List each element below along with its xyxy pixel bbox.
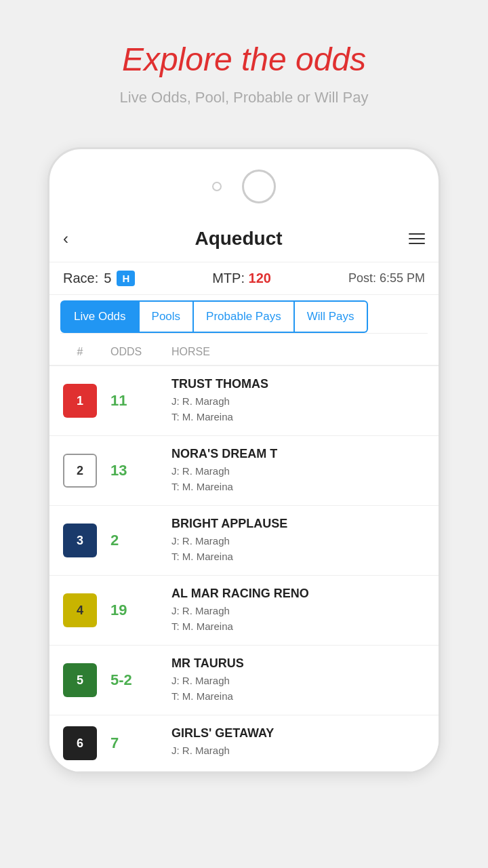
post-value: 6:55 PM <box>380 271 425 285</box>
col-header-odds: ODDS <box>110 346 158 358</box>
menu-line-3 <box>409 243 425 244</box>
tabs-container: Live Odds Pools Probable Pays Will Pays <box>60 300 428 334</box>
back-button[interactable]: ‹ <box>63 229 68 248</box>
mtp-info: MTP: 120 <box>212 271 271 286</box>
menu-button[interactable] <box>409 233 425 244</box>
table-row[interactable]: 55-2MR TAURUSJ: R. MaraghT: M. Mareina <box>49 646 439 715</box>
menu-line-2 <box>409 238 425 239</box>
app-content: ‹ Aqueduct Race: 5 H MTP: 120 Post: 6:55… <box>49 216 439 772</box>
horse-details: GIRLS' GETAWAYJ: R. Maragh <box>171 726 425 759</box>
table-row[interactable]: 111TRUST THOMASJ: R. MaraghT: M. Mareina <box>49 366 439 436</box>
odds-value: 2 <box>110 532 158 549</box>
phone-camera-icon <box>212 182 222 191</box>
race-num: 5 <box>104 271 111 286</box>
trainer: T: M. Mareina <box>171 619 425 635</box>
odds-value: 19 <box>110 601 158 619</box>
horse-name: MR TAURUS <box>171 656 425 671</box>
app-title: Aqueduct <box>195 228 282 250</box>
horse-name: BRIGHT APPLAUSE <box>171 517 425 531</box>
post-label: Post: <box>348 271 376 285</box>
odds-value: 7 <box>110 734 158 752</box>
jockey: J: R. Maragh <box>171 743 425 759</box>
jockey: J: R. Maragh <box>171 464 425 479</box>
page-title: Explore the odds <box>120 41 369 78</box>
trainer: T: M. Mareina <box>171 410 425 425</box>
horse-name: GIRLS' GETAWAY <box>171 726 425 741</box>
tab-probable-pays[interactable]: Probable Pays <box>194 300 295 333</box>
col-header-horse: HORSE <box>171 346 425 358</box>
race-badge: H <box>117 271 135 286</box>
odds-value: 11 <box>110 392 158 410</box>
horse-details: MR TAURUSJ: R. MaraghT: M. Mareina <box>171 656 425 704</box>
app-header: ‹ Aqueduct <box>49 216 439 262</box>
mtp-label: MTP: <box>212 271 245 285</box>
jockey: J: R. Maragh <box>171 534 425 549</box>
jockey: J: R. Maragh <box>171 673 425 689</box>
horse-name: NORA'S DREAM T <box>171 447 425 461</box>
trainer: T: M. Mareina <box>171 549 425 565</box>
race-number: Race: 5 H <box>63 271 135 286</box>
phone-frame: ‹ Aqueduct Race: 5 H MTP: 120 Post: 6:55… <box>47 147 441 774</box>
horse-number-badge: 1 <box>63 384 97 418</box>
horse-number-badge: 3 <box>63 524 97 557</box>
trainer: T: M. Mareina <box>171 479 425 495</box>
phone-speaker-icon <box>242 170 276 203</box>
mtp-value: 120 <box>249 271 271 285</box>
tab-will-pays[interactable]: Will Pays <box>295 300 368 333</box>
odds-value: 13 <box>110 462 158 479</box>
tab-live-odds[interactable]: Live Odds <box>60 300 140 333</box>
horse-name: AL MAR RACING RENO <box>171 587 425 601</box>
horse-number-badge: 6 <box>63 726 97 760</box>
jockey: J: R. Maragh <box>171 394 425 410</box>
horse-details: TRUST THOMASJ: R. MaraghT: M. Mareina <box>171 377 425 425</box>
race-label: Race: <box>63 271 98 286</box>
table-row[interactable]: 67GIRLS' GETAWAYJ: R. Maragh <box>49 715 439 772</box>
race-info: Race: 5 H MTP: 120 Post: 6:55 PM <box>49 262 439 295</box>
table-row[interactable]: 32BRIGHT APPLAUSEJ: R. MaraghT: M. Marei… <box>49 506 439 576</box>
horse-details: AL MAR RACING RENOJ: R. MaraghT: M. Mare… <box>171 587 425 634</box>
odds-value: 5-2 <box>110 671 158 689</box>
trainer: T: M. Mareina <box>171 689 425 705</box>
horse-list: 111TRUST THOMASJ: R. MaraghT: M. Mareina… <box>49 366 439 772</box>
table-row[interactable]: 419AL MAR RACING RENOJ: R. MaraghT: M. M… <box>49 576 439 646</box>
horse-number-badge: 5 <box>63 663 97 697</box>
jockey: J: R. Maragh <box>171 604 425 619</box>
horse-number-badge: 4 <box>63 593 97 627</box>
tab-pools[interactable]: Pools <box>140 300 195 333</box>
page-subtitle: Live Odds, Pool, Probable or Will Pay <box>120 89 369 106</box>
horse-details: BRIGHT APPLAUSEJ: R. MaraghT: M. Mareina <box>171 517 425 564</box>
page-header: Explore the odds Live Odds, Pool, Probab… <box>106 0 382 127</box>
post-info: Post: 6:55 PM <box>348 271 425 285</box>
table-header: # ODDS HORSE <box>49 339 439 366</box>
menu-line-1 <box>409 233 425 235</box>
phone-notch <box>49 163 439 216</box>
horse-number-badge: 2 <box>63 454 97 488</box>
table-row[interactable]: 213NORA'S DREAM TJ: R. MaraghT: M. Marei… <box>49 436 439 506</box>
col-header-num: # <box>63 346 97 358</box>
horse-name: TRUST THOMAS <box>171 377 425 391</box>
horse-details: NORA'S DREAM TJ: R. MaraghT: M. Mareina <box>171 447 425 494</box>
